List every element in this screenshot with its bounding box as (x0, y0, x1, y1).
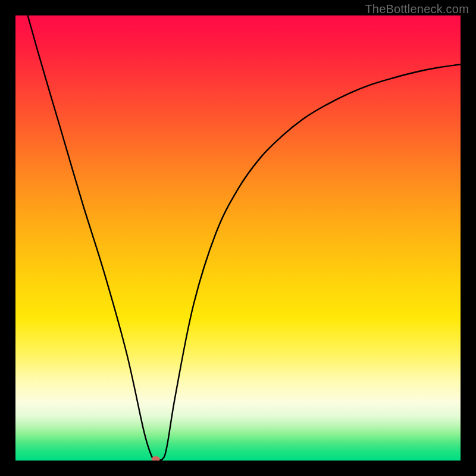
bottleneck-curve (15, 15, 461, 461)
chart-svg (15, 15, 461, 461)
chart-frame: TheBottleneck.com (0, 0, 476, 476)
watermark-text: TheBottleneck.com (365, 2, 469, 16)
plot-area (15, 15, 461, 461)
